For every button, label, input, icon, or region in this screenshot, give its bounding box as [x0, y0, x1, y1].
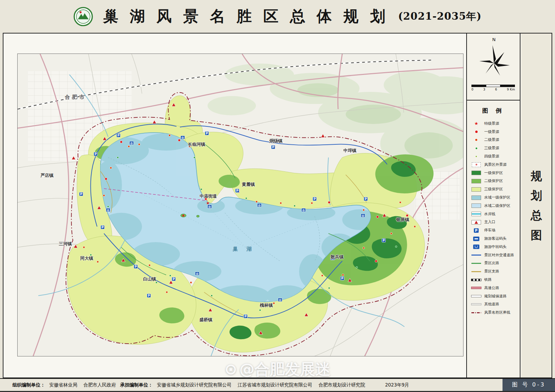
svg-text:P: P	[80, 192, 83, 196]
legend-swatch-dot	[471, 147, 481, 149]
pier-icon	[181, 136, 185, 139]
legend-swatch-dot	[471, 139, 481, 141]
scenic-point-grade-2	[190, 281, 192, 284]
scenic-point-grade-1	[105, 178, 107, 180]
legend-swatch-line	[471, 263, 481, 264]
legend-row: 四级景源	[471, 152, 517, 161]
parking-icon: P	[341, 277, 344, 280]
scenic-point-grade-3	[170, 275, 171, 277]
legend-label: 一级保护区	[484, 171, 503, 175]
compass-box: N 0369 Km	[467, 34, 520, 101]
legend-label: 景区支路	[484, 269, 499, 274]
scenic-point-grade-2	[311, 202, 313, 204]
legend-label: 旅游客运码头	[484, 236, 507, 241]
legend-swatch-dotbox	[471, 162, 481, 167]
legend-row: ★特级景源	[471, 119, 517, 128]
map-label-town: 黄麓镇	[242, 182, 255, 188]
scenic-point-grade-2	[103, 194, 105, 197]
watermark: ⊙@合肥发展迷	[224, 359, 331, 380]
legend-label: 风景名胜区界线	[484, 310, 510, 315]
scenic-point-grade-3	[294, 205, 296, 207]
legend-row: P停车场	[471, 226, 517, 235]
legend-label: 一级景源	[484, 130, 499, 134]
parking-icon: P	[117, 134, 121, 137]
org-value: 安徽省林业局 合肥市人民政府	[49, 382, 116, 388]
sheet-frame: ★★ PPPPPPPPPPPPPPP 合肥市严店镇三河镇同大镇白山镇盛桥镇槐林镇…	[3, 33, 552, 378]
scenic-point-grade-2	[83, 246, 85, 248]
legend-title: 图 例	[467, 107, 520, 115]
scale-tick: 0	[471, 88, 473, 91]
scenic-point-grade-1	[406, 214, 409, 217]
legend-swatch-boundary	[471, 312, 481, 313]
pier-icon	[278, 298, 282, 302]
scenic-point-grade-3	[328, 287, 330, 289]
legend-row: 一级景源	[471, 128, 517, 136]
pier-icon	[361, 214, 365, 217]
legend-label: 风景区外景源	[484, 162, 507, 167]
legend-swatch-line	[471, 255, 481, 256]
legend-swatch-area	[471, 179, 481, 183]
scale-tick: 6	[495, 88, 497, 91]
legend-panel: N 0369 Km 图 例 ★特级景源一级景源二级景源三级景源四级景源风景区外景…	[466, 34, 520, 377]
scenic-point-grade-2	[110, 167, 112, 169]
map-label-city: 合肥市	[65, 94, 87, 101]
svg-text:P: P	[383, 239, 385, 242]
legend-label: 水岸线	[484, 212, 495, 217]
map-label-town: 长临河镇	[188, 142, 205, 147]
svg-text:P: P	[135, 265, 137, 268]
legend-swatch-area	[471, 187, 481, 192]
legend-row: 二级保护区	[471, 177, 517, 185]
pier-icon	[208, 205, 212, 208]
pier-icon	[195, 272, 199, 275]
legend-label: 四级景源	[484, 154, 499, 159]
pier-icon	[130, 141, 134, 145]
legend-label: 铁路	[484, 277, 492, 282]
map-label-town: 中庙街道	[200, 193, 217, 199]
map-label-town: 烔炀镇	[269, 138, 283, 144]
legend-swatch-pier1	[471, 237, 481, 241]
footer-bar: 组织编制单位： 安徽省林业局 合肥市人民政府 承担编制单位： 安徽省城乡规划设计…	[0, 378, 555, 392]
parking-icon: P	[244, 315, 248, 318]
legend-row: 旅游中转码头	[471, 243, 517, 251]
svg-text:P: P	[117, 134, 120, 137]
svg-text:P: P	[95, 152, 97, 156]
legend-label: 景区对外交通道路	[484, 253, 514, 258]
page-subtitle: (2021-2035年)	[398, 10, 482, 23]
side-title-char: 图	[531, 229, 542, 241]
legend-swatch-line	[471, 271, 481, 272]
svg-text:P: P	[365, 197, 367, 201]
legend-label: 高速公路	[484, 286, 499, 290]
legend-label: 二级保护区	[484, 179, 503, 183]
scenic-point-grade-3	[246, 198, 247, 199]
legend-row: 一级保护区	[471, 169, 517, 177]
legend-swatch-rail	[471, 279, 481, 281]
legend-row: 景区对外交通道路	[471, 251, 517, 259]
legend-swatch-highway	[471, 287, 481, 289]
side-title-char: 规	[531, 170, 542, 182]
scenic-point-grade-2	[273, 302, 275, 304]
map-label-town: 中垾镇	[343, 148, 356, 154]
legend-label: 特级景源	[484, 121, 499, 126]
scenic-point-grade-2	[363, 247, 365, 249]
scenic-point-grade-3	[211, 295, 213, 297]
legend-swatch-dot	[471, 131, 481, 133]
scale-tick: 3	[483, 88, 485, 91]
scenic-point-grade-3	[107, 206, 109, 208]
pier-icon	[257, 203, 261, 207]
scenic-point-grade-1	[376, 216, 379, 218]
legend-row: 铁路	[471, 276, 517, 284]
legend-label: 旅游中转码头	[484, 245, 507, 249]
legend-row: 高速公路	[471, 284, 517, 292]
map-label-town: 三河镇	[59, 241, 72, 247]
parking-icon: P	[134, 265, 138, 269]
scenic-point-grade-3	[259, 309, 261, 311]
legend-row: 景区支路	[471, 267, 517, 276]
legend-row: 主入口	[471, 218, 517, 227]
legend-label: 规划城镇道路	[484, 294, 507, 299]
svg-text:P: P	[314, 197, 316, 201]
scale-labels: 0369 Km	[471, 88, 515, 91]
scenic-area-emblem-icon	[73, 7, 93, 27]
undertake-label: 承担编制单位：	[120, 382, 153, 388]
scenic-point-grade-2	[166, 291, 168, 293]
legend-row: 其他道路	[471, 300, 517, 309]
